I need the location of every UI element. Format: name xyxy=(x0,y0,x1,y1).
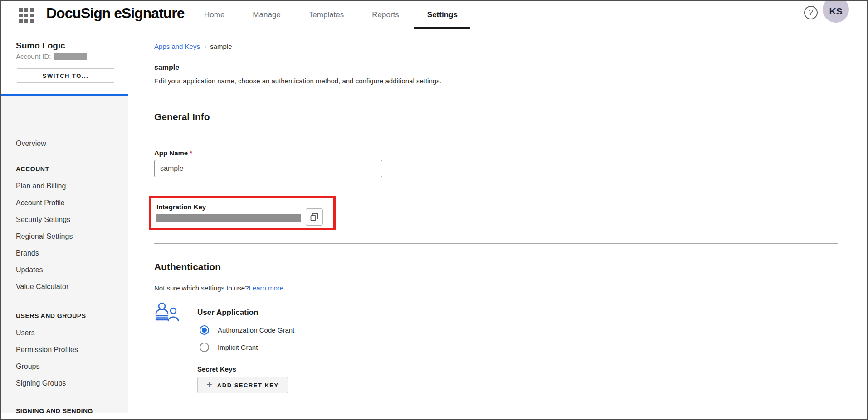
account-name: Sumo Logic xyxy=(16,41,65,51)
nav-manage[interactable]: Manage xyxy=(252,1,281,29)
section-divider xyxy=(154,99,838,99)
sidebar-item-users[interactable]: Users xyxy=(16,329,35,337)
general-info-heading: General Info xyxy=(154,111,210,122)
sidebar-item-regional-settings[interactable]: Regional Settings xyxy=(16,232,73,241)
chevron-right-icon: › xyxy=(204,43,206,50)
required-asterisk: * xyxy=(190,149,192,157)
radio-unselected-icon[interactable] xyxy=(200,343,209,352)
primary-nav: Home Manage Templates Reports Settings xyxy=(203,1,458,29)
account-id-redaction-bar xyxy=(54,53,87,60)
integration-key-highlight-box: Integration Key xyxy=(149,196,336,230)
docusign-logo: DocuSign eSignature xyxy=(46,5,185,22)
switch-to-button[interactable]: SWITCH TO... xyxy=(17,68,114,83)
sidebar-item-security-settings[interactable]: Security Settings xyxy=(16,216,70,224)
help-icon[interactable]: ? xyxy=(804,6,818,19)
sidebar-item-signing-groups[interactable]: Signing Groups xyxy=(16,379,66,387)
nav-reports[interactable]: Reports xyxy=(371,1,400,29)
app-switcher-icon[interactable] xyxy=(19,8,34,23)
sidebar-item-updates[interactable]: Updates xyxy=(16,266,43,274)
nav-templates[interactable]: Templates xyxy=(308,1,345,29)
sidebar-item-value-calculator[interactable]: Value Calculator xyxy=(16,283,68,291)
sidebar-item-plan-and-billing[interactable]: Plan and Billing xyxy=(16,182,66,190)
copy-integration-key-button[interactable] xyxy=(306,208,323,226)
sidebar-section-signing-and-sending: SIGNING AND SENDING xyxy=(16,407,93,415)
integration-key-redaction-bar xyxy=(156,214,301,222)
app-name-label: App Name* xyxy=(154,149,192,157)
top-navigation-bar: DocuSign eSignature Home Manage Template… xyxy=(1,1,867,29)
nav-home[interactable]: Home xyxy=(203,1,225,29)
account-id-label: Account ID: xyxy=(16,53,51,60)
breadcrumb-apps-and-keys-link[interactable]: Apps and Keys xyxy=(154,43,200,50)
main-content: Apps and Keys › sample sample Edit your … xyxy=(154,29,839,419)
radio-implicit-grant[interactable]: Implicit Grant xyxy=(200,343,258,352)
authentication-help-text: Not sure which settings to use?Learn mor… xyxy=(154,284,283,292)
copy-icon xyxy=(310,212,319,222)
secret-keys-label: Secret Keys xyxy=(197,365,236,373)
sidebar-menu: Overview ACCOUNT Plan and Billing Accoun… xyxy=(1,96,128,413)
sidebar-section-account: ACCOUNT xyxy=(16,165,49,173)
sidebar-section-users-and-groups: USERS AND GROUPS xyxy=(16,312,86,319)
sidebar-item-account-profile[interactable]: Account Profile xyxy=(16,199,65,207)
sidebar-item-overview[interactable]: Overview xyxy=(16,140,46,148)
breadcrumb: Apps and Keys › sample xyxy=(154,43,232,50)
settings-sidebar: Sumo Logic Account ID: SWITCH TO... Over… xyxy=(1,29,128,413)
radio-authorization-code-grant[interactable]: Authorization Code Grant xyxy=(200,325,294,335)
radio-selected-icon[interactable] xyxy=(200,325,209,335)
learn-more-link[interactable]: Learn more xyxy=(249,284,283,292)
section-divider xyxy=(154,243,838,244)
add-secret-key-button[interactable]: + ADD SECRET KEY xyxy=(197,377,288,393)
integration-key-label: Integration Key xyxy=(156,203,206,211)
users-group-icon xyxy=(154,302,180,324)
avatar[interactable]: KS xyxy=(823,0,849,23)
docusign-settings-window: DocuSign eSignature Home Manage Template… xyxy=(0,0,868,420)
sidebar-item-groups[interactable]: Groups xyxy=(16,362,39,371)
app-name-input[interactable] xyxy=(154,160,382,177)
user-application-heading: User Application xyxy=(197,308,258,317)
page-description: Edit your application name, choose an au… xyxy=(154,77,442,85)
nav-settings[interactable]: Settings xyxy=(426,1,458,29)
plus-icon: + xyxy=(206,380,212,390)
page-title: sample xyxy=(154,63,179,72)
sidebar-item-brands[interactable]: Brands xyxy=(16,249,39,257)
authentication-heading: Authentication xyxy=(154,261,221,272)
breadcrumb-current: sample xyxy=(210,43,232,50)
account-id: Account ID: xyxy=(16,53,87,60)
sidebar-item-permission-profiles[interactable]: Permission Profiles xyxy=(16,346,78,354)
